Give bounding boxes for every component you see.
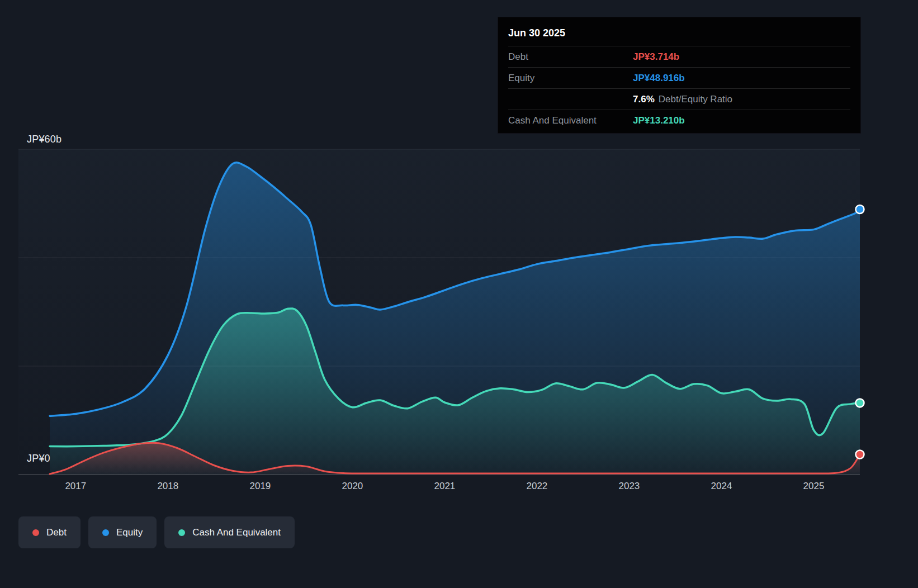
legend-label: Equity <box>116 527 143 538</box>
tooltip-debt-label: Debt <box>508 51 633 63</box>
legend-item-cash-and-equivalent[interactable]: Cash And Equivalent <box>164 516 295 548</box>
x-axis-label-2019: 2019 <box>249 481 271 492</box>
tooltip: Jun 30 2025 Debt JP¥3.714b Equity JP¥48.… <box>498 17 861 134</box>
x-axis-label-2020: 2020 <box>342 481 363 492</box>
tooltip-row-cash: Cash And Equivalent JP¥13.210b <box>508 110 850 131</box>
cash-and-equivalent-endpoint-marker-icon <box>856 399 864 407</box>
tooltip-cash-label: Cash And Equivalent <box>508 115 633 126</box>
x-axis-label-2023: 2023 <box>618 481 640 492</box>
x-axis-label-2018: 2018 <box>157 481 178 492</box>
x-axis-label-2024: 2024 <box>711 481 732 492</box>
legend-label: Debt <box>46 527 67 538</box>
tooltip-debt-value: JP¥3.714b <box>633 51 679 63</box>
tooltip-row-equity: Equity JP¥48.916b <box>508 67 850 88</box>
y-axis-label-60b: JP¥60b <box>27 134 61 145</box>
equity-endpoint-marker-icon <box>856 205 864 214</box>
tooltip-row-debt: Debt JP¥3.714b <box>508 46 850 67</box>
y-axis-label-0: JP¥0 <box>27 453 50 464</box>
x-axis-label-2017: 2017 <box>65 481 86 492</box>
x-axis-label-2025: 2025 <box>803 481 825 492</box>
debt-dot-icon <box>32 529 39 536</box>
debt-endpoint-marker-icon <box>856 451 864 459</box>
tooltip-equity-value: JP¥48.916b <box>633 73 685 84</box>
tooltip-date: Jun 30 2025 <box>508 23 850 46</box>
x-axis-label-2022: 2022 <box>526 481 547 492</box>
tooltip-ratio: 7.6%Debt/Equity Ratio <box>633 94 732 105</box>
tooltip-cash-value: JP¥13.210b <box>633 115 685 126</box>
legend-label: Cash And Equivalent <box>192 527 281 538</box>
legend-item-debt[interactable]: Debt <box>18 516 81 548</box>
x-axis-label-2021: 2021 <box>434 481 455 492</box>
tooltip-row-ratio: 7.6%Debt/Equity Ratio <box>508 88 850 110</box>
tooltip-ratio-value: 7.6% <box>633 94 655 105</box>
legend: DebtEquityCash And Equivalent <box>18 516 295 548</box>
equity-dot-icon <box>102 529 109 536</box>
legend-item-equity[interactable]: Equity <box>88 516 157 548</box>
tooltip-equity-label: Equity <box>508 73 633 84</box>
tooltip-ratio-label: Debt/Equity Ratio <box>659 94 732 105</box>
cash-and-equivalent-dot-icon <box>178 529 185 536</box>
debt-equity-history-page: JP¥60b JP¥0 2017201820192020202120222023… <box>0 0 918 588</box>
